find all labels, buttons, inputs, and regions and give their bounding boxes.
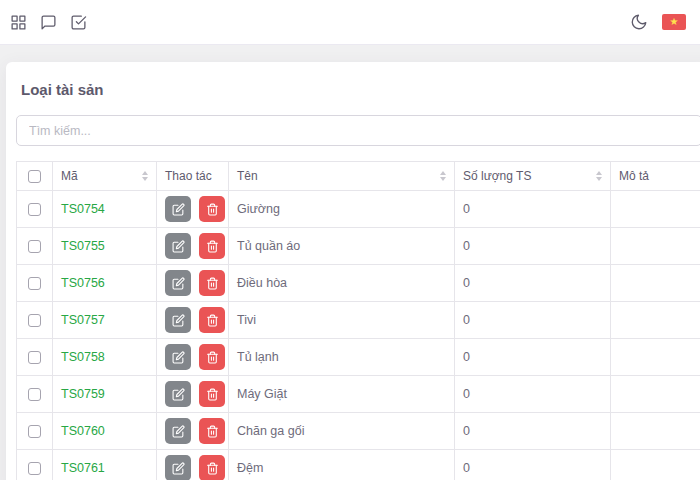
row-checkbox[interactable] [28, 314, 41, 327]
row-checkbox[interactable] [28, 462, 41, 475]
asset-code-link[interactable]: TS0755 [61, 239, 105, 253]
sort-icon [440, 171, 446, 181]
asset-type-card: Loại tài sản Mã [6, 62, 700, 480]
code-cell: TS0761 [53, 450, 157, 480]
row-checkbox-cell [17, 191, 53, 228]
row-checkbox-cell [17, 228, 53, 265]
actions-cell [157, 376, 229, 413]
row-checkbox[interactable] [28, 425, 41, 438]
row-checkbox[interactable] [28, 351, 41, 364]
name-cell: Tủ lạnh [229, 339, 455, 376]
edit-icon [172, 314, 185, 327]
quantity-cell: 0 [455, 450, 611, 480]
select-all-header [17, 162, 53, 191]
row-checkbox[interactable] [28, 277, 41, 290]
grid-icon[interactable] [10, 14, 27, 31]
asset-code-link[interactable]: TS0757 [61, 313, 105, 327]
table-header-row: Mã Thao tác Tên [17, 162, 700, 191]
edit-button[interactable] [165, 270, 191, 296]
asset-code-link[interactable]: TS0754 [61, 202, 105, 216]
edit-icon [172, 203, 185, 216]
trash-icon [206, 351, 219, 364]
trash-icon [206, 462, 219, 475]
vietnam-flag-icon[interactable]: ★ [662, 14, 686, 30]
quantity-cell: 0 [455, 191, 611, 228]
description-cell [611, 450, 700, 480]
select-all-checkbox[interactable] [28, 170, 41, 183]
description-cell [611, 376, 700, 413]
delete-button[interactable] [199, 233, 225, 259]
table-row: TS0756 Điều hòa 0 [17, 265, 700, 302]
edit-button[interactable] [165, 307, 191, 333]
row-checkbox-cell [17, 450, 53, 480]
name-cell: Tivi [229, 302, 455, 339]
edit-button[interactable] [165, 344, 191, 370]
edit-icon [172, 388, 185, 401]
edit-icon [172, 425, 185, 438]
moon-icon[interactable] [630, 13, 648, 31]
asset-code-link[interactable]: TS0758 [61, 350, 105, 364]
description-cell [611, 191, 700, 228]
delete-button[interactable] [199, 344, 225, 370]
actions-cell [157, 339, 229, 376]
code-cell: TS0757 [53, 302, 157, 339]
row-checkbox[interactable] [28, 240, 41, 253]
code-cell: TS0754 [53, 191, 157, 228]
description-cell [611, 302, 700, 339]
header-actions: Thao tác [157, 162, 229, 191]
code-cell: TS0756 [53, 265, 157, 302]
name-cell: Máy Giặt [229, 376, 455, 413]
sort-icon [596, 171, 602, 181]
actions-cell [157, 265, 229, 302]
table-row: TS0759 Máy Giặt 0 [17, 376, 700, 413]
asset-code-link[interactable]: TS0760 [61, 424, 105, 438]
actions-cell [157, 413, 229, 450]
header-name[interactable]: Tên [229, 162, 455, 191]
edit-icon [172, 240, 185, 253]
chat-icon[interactable] [40, 14, 57, 31]
delete-button[interactable] [199, 381, 225, 407]
description-cell [611, 339, 700, 376]
edit-button[interactable] [165, 233, 191, 259]
edit-button[interactable] [165, 196, 191, 222]
sort-icon [142, 171, 148, 181]
quantity-cell: 0 [455, 265, 611, 302]
check-square-icon[interactable] [70, 14, 87, 31]
edit-button[interactable] [165, 455, 191, 480]
edit-button[interactable] [165, 381, 191, 407]
delete-button[interactable] [199, 270, 225, 296]
description-cell [611, 413, 700, 450]
delete-button[interactable] [199, 307, 225, 333]
header-code[interactable]: Mã [53, 162, 157, 191]
row-checkbox[interactable] [28, 388, 41, 401]
trash-icon [206, 277, 219, 290]
actions-cell [157, 302, 229, 339]
search-input[interactable] [16, 115, 700, 146]
asset-code-link[interactable]: TS0759 [61, 387, 105, 401]
actions-cell [157, 191, 229, 228]
quantity-cell: 0 [455, 302, 611, 339]
delete-button[interactable] [199, 196, 225, 222]
table-row: TS0754 Giường 0 [17, 191, 700, 228]
delete-button[interactable] [199, 418, 225, 444]
code-cell: TS0758 [53, 339, 157, 376]
asset-code-link[interactable]: TS0756 [61, 276, 105, 290]
delete-button[interactable] [199, 455, 225, 480]
asset-code-link[interactable]: TS0761 [61, 461, 105, 475]
table-row: TS0761 Đệm 0 [17, 450, 700, 480]
row-checkbox-cell [17, 339, 53, 376]
trash-icon [206, 314, 219, 327]
table-row: TS0755 Tủ quần áo 0 [17, 228, 700, 265]
quantity-cell: 0 [455, 339, 611, 376]
edit-button[interactable] [165, 418, 191, 444]
table-row: TS0760 Chăn ga gối 0 [17, 413, 700, 450]
header-quantity[interactable]: Số lượng TS [455, 162, 611, 191]
edit-icon [172, 462, 185, 475]
topbar-left-icons [10, 14, 87, 31]
header-description: Mô tả [611, 162, 700, 191]
row-checkbox-cell [17, 265, 53, 302]
row-checkbox[interactable] [28, 203, 41, 216]
table-header: Mã Thao tác Tên [17, 162, 700, 191]
row-checkbox-cell [17, 413, 53, 450]
table-body: TS0754 Giường 0 TS [17, 191, 700, 480]
